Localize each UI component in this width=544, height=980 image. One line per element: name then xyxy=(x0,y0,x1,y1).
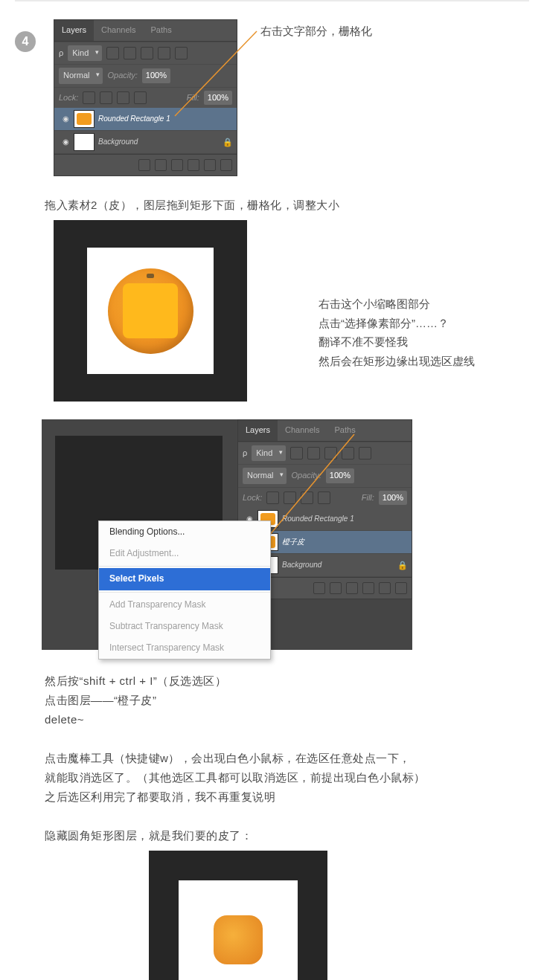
menu-subtract-mask: Subtract Transparency Mask xyxy=(99,616,270,637)
fill-value[interactable]: 100% xyxy=(379,491,407,506)
instruction-p4: 隐藏圆角矩形图层，就是我们要的皮了： xyxy=(45,827,522,845)
menu-select-pixels[interactable]: Select Pixels xyxy=(99,568,270,590)
filter-btn[interactable] xyxy=(359,447,371,460)
lock-btn[interactable] xyxy=(266,491,279,504)
footer-btn[interactable] xyxy=(313,582,325,594)
layer-name: Rounded Rectangle 1 xyxy=(282,513,354,525)
menu-blending-options[interactable]: Blending Options... xyxy=(99,521,270,543)
menu-edit-adjustment: Edit Adjustment... xyxy=(99,543,270,564)
lock-icon: 🔒 xyxy=(397,559,409,573)
menu-add-mask: Add Transparency Mask xyxy=(99,594,270,616)
lock-label: Lock: xyxy=(243,491,262,505)
canvas-orange-with-rect xyxy=(54,220,247,402)
lock-btn[interactable] xyxy=(301,491,313,504)
layer-name: 橙子皮 xyxy=(282,536,304,548)
instruction-p2c: delete~ xyxy=(45,711,522,729)
lock-btn[interactable] xyxy=(318,491,330,504)
fill-label: Fill: xyxy=(362,491,374,505)
filter-btn[interactable] xyxy=(342,447,354,460)
rounded-rect-overlay xyxy=(123,283,178,338)
lock-btn[interactable] xyxy=(284,491,296,504)
ann-line4: 然后会在矩形边缘出现选区虚线 xyxy=(319,352,475,371)
annotation-select-pixels: 右击这个小缩略图部分 点击“选择像素部分”……？ 翻译不准不要怪我 然后会在矩形… xyxy=(319,294,475,370)
filter-kind-select[interactable]: Kind xyxy=(252,445,286,462)
screenshot-select-pixels: Layers Channels Paths ρKind Normal Opaci… xyxy=(42,419,412,650)
instruction-p3a: 点击魔棒工具（快捷键w），会出现白色小鼠标，在选区任意处点一下， xyxy=(45,749,522,767)
instruction-p2a: 然后按“shift + ctrl + I”（反选选区） xyxy=(45,672,522,690)
menu-sep xyxy=(99,592,270,593)
filter-btn[interactable] xyxy=(290,447,303,460)
tab-paths[interactable]: Paths xyxy=(327,420,363,441)
opacity-label: Opacity: xyxy=(291,469,321,483)
footer-btn[interactable] xyxy=(395,582,407,594)
instruction-p3c: 之后选区利用完了都要取消，我不再重复说明 xyxy=(45,788,522,806)
menu-intersect-mask: Intersect Transparency Mask xyxy=(99,637,270,659)
canvas-result-icon xyxy=(149,851,327,980)
tab-channels[interactable]: Channels xyxy=(278,420,327,441)
menu-sep xyxy=(99,566,270,567)
tab-layers[interactable]: Layers xyxy=(238,420,278,441)
annotation-rasterize: 右击文字部分，栅格化 xyxy=(260,22,372,40)
step-badge: 4 xyxy=(15,31,36,52)
filter-btn[interactable] xyxy=(307,447,320,460)
layer-name: Background xyxy=(282,559,321,571)
ann-line3: 翻译不准不要怪我 xyxy=(319,332,475,352)
footer-btn[interactable] xyxy=(379,582,391,594)
svg-line-0 xyxy=(175,31,257,116)
instruction-p3b: 就能取消选区了。（其他选区工具都可以取消选区，前提出现白色小鼠标） xyxy=(45,769,522,787)
footer-btn[interactable] xyxy=(362,582,374,594)
instruction-p1: 拖入素材2（皮），图层拖到矩形下面，栅格化，调整大小 xyxy=(45,196,522,214)
ann-line2: 点击“选择像素部分”……？ xyxy=(319,314,475,333)
opacity-value[interactable]: 100% xyxy=(326,468,354,483)
context-menu: Blending Options... Edit Adjustment... S… xyxy=(98,520,271,660)
ann-line1: 右击这个小缩略图部分 xyxy=(319,294,475,314)
orange-rounded-icon xyxy=(214,915,263,964)
instruction-p2b: 点击图层——“橙子皮” xyxy=(45,692,522,709)
filter-btn[interactable] xyxy=(324,447,337,460)
footer-btn[interactable] xyxy=(346,582,358,594)
blend-mode-select[interactable]: Normal xyxy=(243,468,287,484)
footer-btn[interactable] xyxy=(330,582,342,594)
